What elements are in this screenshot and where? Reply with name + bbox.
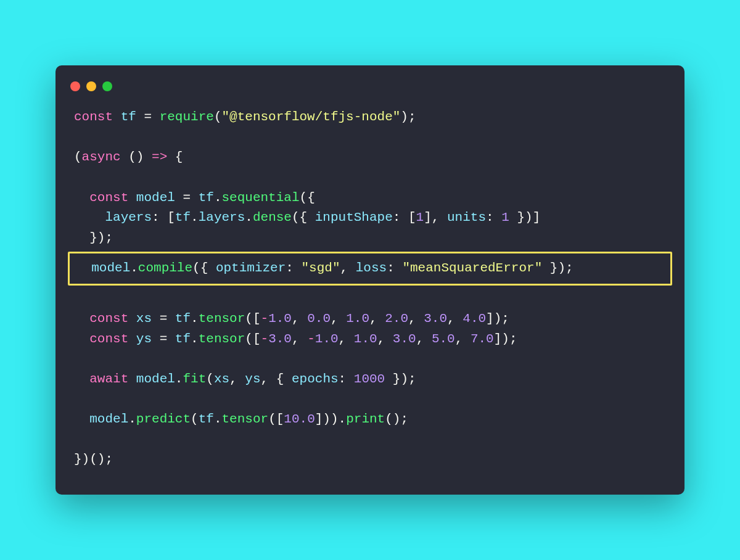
fn-dense: dense [253, 210, 292, 224]
code-line: }); [74, 231, 113, 245]
ident-tf: tf [175, 332, 191, 346]
indent [74, 210, 105, 224]
punct: ([ [268, 412, 284, 426]
punct: }); [542, 261, 573, 275]
zoom-icon[interactable] [102, 81, 112, 91]
op-minus: - [261, 311, 269, 326]
ident-tf: tf [121, 110, 136, 124]
punct: , [455, 332, 471, 346]
punct: : [486, 210, 501, 224]
number: 7.0 [471, 332, 494, 346]
punct: }); [89, 231, 113, 245]
ident-ys: ys [245, 372, 260, 386]
punct: ( [206, 372, 214, 386]
number: 1.0 [268, 311, 292, 326]
op-minus: - [261, 332, 269, 346]
number: 1000 [354, 372, 385, 386]
punct: : [339, 372, 354, 386]
number: 1.0 [315, 332, 339, 346]
punct: , [340, 261, 356, 275]
punct: ( [214, 110, 222, 124]
punct: ([ [245, 311, 260, 326]
punct: . [245, 210, 253, 224]
punct: })(); [74, 452, 113, 466]
close-icon[interactable] [70, 81, 80, 91]
prop-inputshape: inputShape [315, 210, 393, 224]
code-line: const tf = require("@tensorflow/tfjs-nod… [74, 110, 416, 124]
punct: , { [261, 372, 292, 386]
punct: })] [509, 210, 540, 224]
punct: = [152, 311, 175, 326]
punct: ])) [315, 412, 339, 426]
op-minus: - [307, 332, 315, 346]
punct: . [191, 311, 199, 326]
punct: (); [385, 412, 408, 426]
punct: ({ [292, 210, 315, 224]
fn-print: print [346, 412, 385, 426]
code-block: const tf = require("@tensorflow/tfjs-nod… [56, 96, 684, 469]
ident-ys: ys [128, 332, 152, 346]
punct: ({ [300, 191, 315, 205]
punct: . [214, 191, 222, 205]
punct: { [167, 150, 183, 164]
number: 3.0 [393, 332, 416, 346]
prop-units: units [447, 210, 486, 224]
punct: () [121, 150, 152, 164]
keyword-async: async [82, 150, 121, 164]
string-sgd: "sgd" [302, 261, 340, 275]
fn-tensor: tensor [222, 412, 269, 426]
indent [74, 191, 89, 205]
punct: ); [400, 110, 416, 124]
number: 1 [416, 210, 424, 224]
ident-model: model [89, 412, 128, 426]
punct: , [339, 332, 354, 346]
ident-tf: tf [175, 210, 191, 224]
code-line: const ys = tf.tensor([-3.0, -1.0, 1.0, 3… [74, 332, 517, 346]
highlighted-line: model.compile({ optimizer: "sgd", loss: … [68, 252, 672, 286]
code-line: layers: [tf.layers.dense({ inputShape: [… [74, 210, 540, 224]
number: 1 [501, 210, 509, 224]
punct: , [447, 311, 462, 326]
string-mse: "meanSquaredError" [402, 261, 542, 275]
ident-xs: xs [128, 311, 152, 326]
number: 1.0 [346, 311, 369, 326]
number: 0.0 [307, 311, 331, 326]
punct: , [416, 332, 432, 346]
punct: ( [74, 150, 82, 164]
punct: ({ [192, 261, 216, 275]
number: 3.0 [424, 311, 447, 326]
punct: = [136, 110, 160, 124]
ident-tf: tf [175, 311, 191, 326]
code-window: const tf = require("@tensorflow/tfjs-nod… [56, 65, 684, 494]
prop-loss: loss [356, 261, 387, 275]
punct: ( [191, 412, 199, 426]
punct: ]); [494, 332, 517, 346]
number: 5.0 [432, 332, 455, 346]
code-line: const model = tf.sequential({ [74, 191, 315, 205]
punct: ([ [245, 332, 260, 346]
number: 3.0 [268, 332, 292, 346]
punct: : [ [152, 210, 175, 224]
ident-model: model [91, 261, 130, 275]
punct: . [191, 332, 199, 346]
prop-epochs: epochs [292, 372, 339, 386]
code-line: (async () => { [74, 150, 183, 164]
punct: : [387, 261, 402, 275]
keyword-const: const [74, 110, 113, 124]
punct: ], [424, 210, 447, 224]
indent [74, 412, 89, 426]
number: 4.0 [462, 311, 486, 326]
punct: , [377, 332, 393, 346]
number: 2.0 [385, 311, 408, 326]
punct: , [408, 311, 424, 326]
minimize-icon[interactable] [86, 81, 96, 91]
punct: . [339, 412, 347, 426]
ident-model: model [128, 372, 175, 386]
number: 10.0 [284, 412, 314, 426]
punct: . [191, 210, 199, 224]
keyword-const: const [89, 332, 128, 346]
arrow-op: => [152, 150, 167, 164]
prop-optimizer: optimizer [216, 261, 286, 275]
code-line: await model.fit(xs, ys, { epochs: 1000 }… [74, 372, 416, 386]
ident-layers: layers [199, 210, 245, 224]
